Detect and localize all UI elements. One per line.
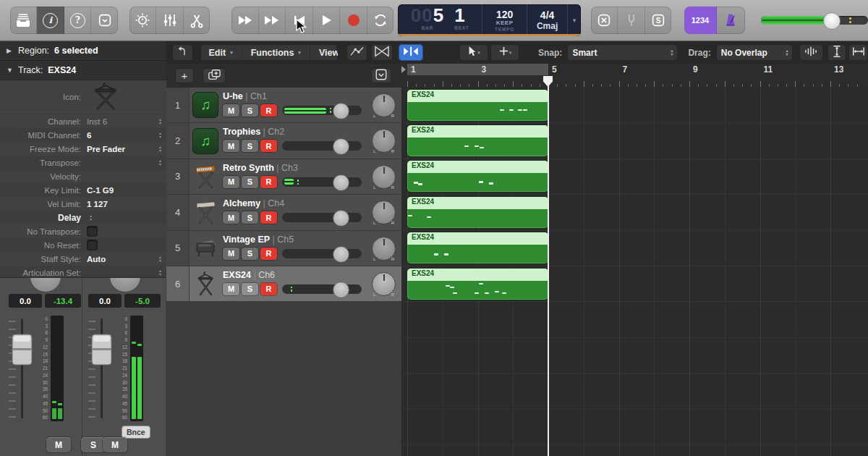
- add-track-button[interactable]: +: [175, 68, 194, 83]
- region-inspector-header[interactable]: ▶ Region: 6 selected: [0, 41, 166, 61]
- solo-button[interactable]: S: [81, 437, 106, 452]
- menu-functions[interactable]: Functions▾: [242, 44, 310, 61]
- quick-help-button[interactable]: ?: [64, 7, 91, 34]
- lcd-display[interactable]: 005 BAR 1 BEAT 120 KEEP TEMPO 4/4 Cmaj ▾: [398, 4, 581, 36]
- mute-button[interactable]: M: [223, 104, 239, 117]
- updown-stepper-icon[interactable]: ▴▾: [90, 214, 92, 221]
- track-volume-slider[interactable]: [282, 106, 362, 115]
- drag-select[interactable]: No Overlap ▴▾: [716, 44, 793, 61]
- back-button[interactable]: [172, 44, 193, 61]
- track-inspector-header[interactable]: ▼ Track: EXS24: [0, 61, 166, 80]
- disclosure-right-icon[interactable]: ▶: [7, 47, 13, 54]
- arrange-area[interactable]: EXS24EXS24EXS24EXS24EXS24EXS24: [401, 88, 868, 456]
- solo-button[interactable]: S: [645, 7, 671, 34]
- record-enable-button[interactable]: R: [260, 248, 277, 260]
- midi-region[interactable]: EXS24: [407, 232, 548, 263]
- midi-region[interactable]: EXS24: [407, 269, 548, 300]
- updown-stepper-icon[interactable]: ▴▾: [159, 159, 161, 166]
- track-volume-slider[interactable]: [282, 213, 362, 222]
- track-row-alchemy[interactable]: 4Alchemy | Ch4MSRLR: [166, 195, 401, 230]
- mute-button[interactable]: M: [223, 140, 239, 152]
- record-enable-button[interactable]: R: [260, 176, 277, 188]
- volume-fader[interactable]: [6, 316, 39, 421]
- volume-slider-knob[interactable]: [333, 210, 349, 227]
- mute-button[interactable]: M: [223, 248, 239, 260]
- lcd-chevron-icon[interactable]: ▾: [568, 4, 581, 36]
- solo-button[interactable]: S: [242, 104, 258, 117]
- rewind-button[interactable]: [231, 7, 258, 34]
- cycle-button[interactable]: [367, 7, 393, 34]
- pan-knob[interactable]: LR: [372, 237, 396, 261]
- solo-button[interactable]: S: [242, 248, 258, 260]
- volume-slider-knob[interactable]: [333, 138, 349, 155]
- pan-knob[interactable]: [30, 277, 61, 292]
- playhead-line[interactable]: [548, 76, 549, 456]
- updown-stepper-icon[interactable]: ▴▾: [159, 256, 161, 263]
- track-row-exs24[interactable]: 6EXS24 | Ch6MSRLR: [166, 266, 401, 302]
- library-button[interactable]: [10, 7, 37, 34]
- solo-button[interactable]: S: [242, 140, 258, 152]
- updown-stepper-icon[interactable]: ▴▾: [159, 118, 161, 125]
- tuner-button[interactable]: [618, 7, 644, 34]
- record-enable-button[interactable]: R: [260, 211, 277, 224]
- gain-display[interactable]: 0.0: [9, 294, 42, 308]
- track-volume-slider[interactable]: [282, 284, 362, 294]
- record-enable-button[interactable]: R: [260, 140, 277, 152]
- volume-fader[interactable]: [85, 316, 119, 421]
- checkbox[interactable]: [87, 226, 98, 237]
- track-volume-slider[interactable]: [282, 249, 362, 258]
- play-button[interactable]: [313, 7, 340, 34]
- mute-button[interactable]: M: [223, 211, 239, 224]
- pan-knob[interactable]: [109, 277, 141, 292]
- metronome-button[interactable]: [717, 7, 745, 34]
- mute-button[interactable]: M: [223, 283, 239, 295]
- track-volume-slider[interactable]: [282, 141, 362, 151]
- pan-knob[interactable]: LR: [372, 200, 396, 224]
- record-button[interactable]: [340, 7, 367, 34]
- automation-button[interactable]: [346, 44, 367, 61]
- menu-view[interactable]: View▾: [310, 44, 338, 61]
- mute-button[interactable]: M: [46, 437, 71, 452]
- count-in-button[interactable]: 1234: [684, 7, 716, 34]
- midi-region[interactable]: EXS24: [407, 161, 548, 192]
- volume-slider-knob[interactable]: [333, 103, 349, 119]
- track-row-retro-synth[interactable]: 3Retro Synth | Ch3MSRLR: [166, 159, 401, 195]
- solo-button[interactable]: S: [242, 283, 258, 295]
- updown-stepper-icon[interactable]: ▴▾: [159, 132, 161, 139]
- smart-controls-button[interactable]: [129, 7, 156, 34]
- left-click-tool-menu[interactable]: ▾: [459, 44, 488, 61]
- duplicate-track-button[interactable]: [203, 68, 226, 83]
- record-enable-button[interactable]: R: [260, 104, 277, 117]
- editors-button[interactable]: [184, 7, 210, 34]
- pan-knob[interactable]: LR: [372, 93, 396, 117]
- midi-region[interactable]: EXS24: [407, 90, 548, 121]
- vertical-zoom-button[interactable]: [827, 44, 847, 61]
- track-row-u-he[interactable]: 1♫U-he | Ch1MSRLR: [166, 88, 401, 123]
- midi-region[interactable]: EXS24: [407, 125, 548, 156]
- autopunch-button[interactable]: [591, 7, 618, 34]
- checkbox[interactable]: [87, 240, 98, 250]
- updown-stepper-icon[interactable]: ▴▾: [159, 269, 161, 276]
- pan-knob[interactable]: LR: [372, 129, 396, 153]
- track-row-trophies[interactable]: 2♫Trophies | Ch2MSRLR: [166, 123, 401, 159]
- disclosure-down-icon[interactable]: ▼: [7, 67, 13, 74]
- track-volume-slider[interactable]: [282, 177, 362, 187]
- toolbar-button[interactable]: [91, 7, 117, 34]
- catch-playhead-button[interactable]: [399, 44, 423, 61]
- waveform-zoom-button[interactable]: [799, 44, 822, 61]
- inspector-button[interactable]: i: [37, 7, 64, 34]
- volume-slider-knob[interactable]: [333, 282, 349, 298]
- solo-button[interactable]: S: [242, 176, 258, 188]
- track-header-config-button[interactable]: [371, 68, 391, 83]
- updown-stepper-icon[interactable]: ▴▾: [159, 145, 161, 153]
- master-volume-slider[interactable]: [761, 16, 868, 25]
- track-row-vintage-ep[interactable]: 5Vintage EP | Ch5MSRLR: [166, 231, 401, 266]
- track-icon-keyboard-stand[interactable]: [87, 80, 124, 114]
- volume-slider-knob[interactable]: [333, 246, 349, 263]
- menu-edit[interactable]: Edit▾: [200, 44, 242, 61]
- mute-button[interactable]: M: [223, 176, 239, 188]
- solo-button[interactable]: S: [242, 211, 258, 224]
- mixer-button[interactable]: [156, 7, 183, 34]
- gain-display[interactable]: 0.0: [88, 294, 122, 308]
- midi-region[interactable]: EXS24: [407, 197, 548, 228]
